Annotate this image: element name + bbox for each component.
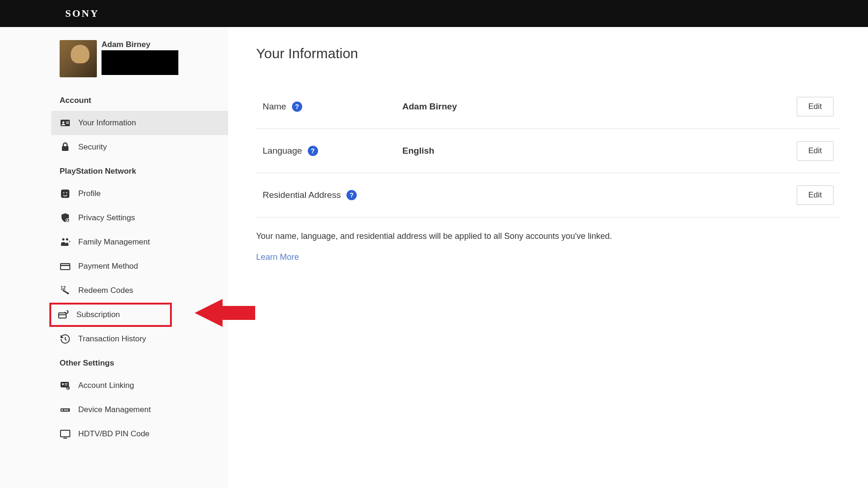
main-content: Your Information Name ? Adam Birney Edit… [228, 27, 868, 488]
section-heading-psn: PlayStation Network [60, 167, 228, 176]
sidebar-item-label: Profile [78, 189, 101, 198]
sidebar-item-subscription[interactable]: Subscription [49, 303, 172, 327]
page-title: Your Information [256, 46, 840, 61]
svg-text:+: + [68, 239, 71, 244]
svg-rect-4 [62, 146, 68, 151]
tv-icon [60, 428, 71, 440]
sidebar-item-label: Security [78, 142, 107, 152]
shield-user-icon [60, 212, 71, 224]
svg-point-7 [66, 192, 67, 193]
device-icon [60, 404, 71, 415]
svg-point-9 [67, 219, 68, 220]
sidebar-item-hdtv-pin[interactable]: HDTV/BD PIN Code [51, 422, 228, 446]
sidebar-item-label: Redeem Codes [78, 286, 133, 295]
help-icon[interactable]: ? [308, 146, 318, 156]
sidebar-item-payment-method[interactable]: Payment Method [51, 254, 228, 278]
redeem-icon: 12 [60, 285, 71, 296]
sidebar-item-label: HDTV/BD PIN Code [78, 429, 149, 439]
info-row-language: Language ? English Edit [256, 129, 840, 173]
help-icon[interactable]: ? [292, 102, 302, 112]
sidebar-item-label: Your Information [78, 118, 136, 128]
info-note: Your name, language, and residential add… [256, 231, 840, 241]
edit-button-address[interactable]: Edit [797, 185, 834, 205]
sidebar-item-label: Payment Method [78, 262, 138, 271]
svg-rect-17 [59, 313, 66, 318]
subscription-icon [58, 309, 69, 320]
sidebar-item-family-management[interactable]: + Family Management [51, 230, 228, 254]
svg-point-20 [62, 383, 64, 385]
sidebar-item-account-linking[interactable]: Account Linking [51, 373, 228, 398]
sidebar-item-label: Account Linking [78, 381, 134, 390]
info-label: Language [263, 146, 302, 156]
svg-rect-24 [61, 409, 63, 411]
help-icon[interactable]: ? [346, 190, 357, 200]
sidebar-item-profile[interactable]: Profile [51, 182, 228, 206]
sidebar-item-label: Device Management [78, 405, 151, 414]
lock-icon [60, 142, 71, 153]
sidebar-item-device-management[interactable]: Device Management [51, 398, 228, 422]
info-label: Residential Address [263, 190, 341, 200]
info-label: Name [263, 102, 286, 112]
history-icon [60, 333, 71, 345]
svg-point-16 [67, 292, 69, 294]
avatar [60, 40, 97, 77]
svg-rect-21 [65, 383, 68, 384]
id-card-icon [60, 117, 71, 129]
sidebar-item-redeem-codes[interactable]: 12 Redeem Codes [51, 278, 228, 303]
header-bar: SONY [0, 0, 868, 27]
svg-point-11 [66, 238, 68, 241]
redacted-block [102, 50, 178, 75]
profile-block: Adam Birney [60, 40, 228, 77]
svg-point-1 [62, 122, 64, 123]
svg-rect-25 [64, 410, 68, 411]
info-value: English [402, 146, 797, 156]
svg-text:12: 12 [61, 285, 66, 291]
edit-button-language[interactable]: Edit [797, 141, 834, 161]
svg-rect-13 [61, 264, 70, 270]
svg-point-10 [62, 238, 65, 241]
learn-more-link[interactable]: Learn More [256, 252, 299, 262]
credit-card-icon [60, 261, 71, 272]
info-value: Adam Birney [402, 102, 797, 112]
edit-button-name[interactable]: Edit [797, 97, 834, 116]
sidebar-item-label: Subscription [76, 310, 120, 319]
svg-point-6 [63, 192, 64, 193]
svg-rect-3 [66, 123, 69, 124]
sidebar: Adam Birney Account Your Information Sec… [0, 27, 228, 488]
info-row-address: Residential Address ? Edit [256, 173, 840, 217]
profile-name: Adam Birney [102, 40, 178, 49]
svg-rect-5 [61, 190, 69, 198]
section-heading-other: Other Settings [60, 359, 228, 368]
svg-rect-2 [66, 122, 69, 122]
svg-rect-22 [65, 385, 68, 385]
svg-rect-26 [61, 430, 70, 437]
link-icon [60, 380, 71, 391]
sidebar-item-your-information[interactable]: Your Information [51, 111, 228, 135]
profile-icon [60, 188, 71, 199]
family-icon: + [60, 237, 71, 248]
sony-logo: SONY [65, 7, 99, 20]
sidebar-item-label: Privacy Settings [78, 213, 135, 223]
sidebar-item-privacy-settings[interactable]: Privacy Settings [51, 206, 228, 230]
section-heading-account: Account [60, 96, 228, 105]
sidebar-item-transaction-history[interactable]: Transaction History [51, 327, 228, 351]
sidebar-item-security[interactable]: Security [51, 135, 228, 159]
info-row-name: Name ? Adam Birney Edit [256, 85, 840, 129]
sidebar-item-label: Family Management [78, 237, 150, 247]
sidebar-item-label: Transaction History [78, 334, 146, 344]
